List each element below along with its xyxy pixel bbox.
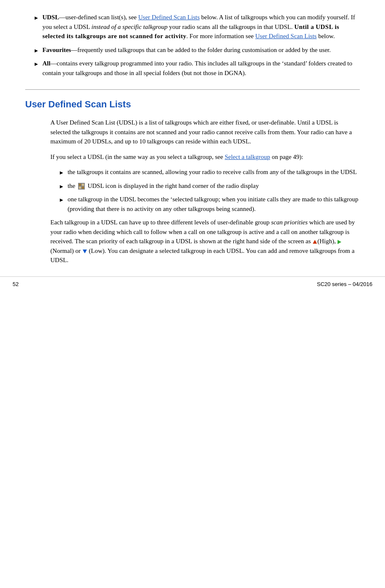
bullet-arrow-selected: ► xyxy=(59,196,64,204)
udsl-text-mid: your radio scans all the talkgroups in t… xyxy=(168,23,294,30)
bullet-arrow-all: ► xyxy=(34,60,39,68)
para2-link[interactable]: Select a talkgroup xyxy=(225,154,270,160)
page-number: 52 xyxy=(13,280,18,289)
bullet-favourites: ► Favourites—frequently used talkgroups … xyxy=(34,45,360,55)
udsl-icon-grid xyxy=(77,183,86,190)
udsl-italic1: instead of a specific talkgroup xyxy=(92,23,168,30)
all-label: All xyxy=(42,60,50,67)
bullet-arrow-udsl: ► xyxy=(34,14,39,22)
icon-cell-br xyxy=(81,186,84,189)
bullet-arrow-favourites: ► xyxy=(34,47,39,55)
bullet-scanned: ► the talkgroups it contains are scanned… xyxy=(59,167,360,177)
paragraph2: If you select a UDSL (in the same way as… xyxy=(50,152,360,162)
bullet-all: ► All—contains every talkgroup programme… xyxy=(34,59,360,78)
doc-info: SC20 series – 04/2016 xyxy=(317,280,372,289)
icon-grid xyxy=(78,183,85,190)
bullet-arrow-scanned: ► xyxy=(59,169,64,177)
selected-text: one talkgroup in the UDSL becomes the ‘s… xyxy=(68,196,359,212)
section-heading: User Defined Scan Lists xyxy=(25,97,360,111)
low-priority-icon xyxy=(83,250,87,253)
bullet-selected-tg: ► one talkgroup in the UDSL becomes the … xyxy=(59,195,360,213)
bullet-icon-display: ► the UDSL icon is displayed in the righ… xyxy=(59,181,360,191)
icon-cell-bl xyxy=(79,186,81,189)
para2-after: on page 49): xyxy=(270,154,303,160)
icon-text-before: the xyxy=(68,182,77,189)
scanned-text: the talkgroups it contains are scanned, … xyxy=(68,169,357,175)
para3-normal: (Normal) or xyxy=(50,247,82,254)
top-bullets: ► UDSL—user-defined scan list(s), see Us… xyxy=(25,13,360,78)
normal-priority-icon xyxy=(338,240,341,244)
bullet-arrow-icon: ► xyxy=(59,182,64,191)
udsl-text-end: . For more information see xyxy=(186,33,255,39)
para3-italic: scan priorities xyxy=(271,219,308,226)
middle-bullets: ► the talkgroups it contains are scanned… xyxy=(50,167,360,213)
favourites-text: frequently used talkgroups that can be a… xyxy=(77,47,331,53)
favourites-dash: — xyxy=(71,47,77,53)
udsl-label: UDSL xyxy=(42,14,59,21)
bullet-content-udsl: UDSL—user-defined scan list(s), see User… xyxy=(42,13,360,41)
section-divider xyxy=(25,89,360,90)
icon-cell-tr xyxy=(81,183,84,186)
all-dash: — xyxy=(50,60,57,67)
bullet-content-icon: the UDSL icon is displayed in the right … xyxy=(68,181,360,191)
high-priority-icon xyxy=(313,240,317,244)
bullet-content-selected: one talkgroup in the UDSL becomes the ‘s… xyxy=(68,195,360,213)
icon-cell-tl xyxy=(79,183,81,186)
para3-low: (Low). You can designate a selected talk… xyxy=(50,247,354,264)
udsl-link1[interactable]: User Defined Scan Lists xyxy=(138,14,199,21)
paragraph3: Each talkgroup in a UDSL can have up to … xyxy=(50,218,360,265)
udsl-dash: — xyxy=(59,14,65,21)
bullet-udsl: ► UDSL—user-defined scan list(s), see Us… xyxy=(34,13,360,41)
para3-part1: Each talkgroup in a UDSL can have up to … xyxy=(50,219,271,226)
page: ► UDSL—user-defined scan list(s), see Us… xyxy=(0,0,385,296)
udsl-link2[interactable]: User Defined Scan Lists xyxy=(255,33,317,39)
bullet-content-scanned: the talkgroups it contains are scanned, … xyxy=(68,167,360,177)
icon-text-after: UDSL icon is displayed in the right hand… xyxy=(86,182,259,189)
paragraph1: A User Defined Scan List (UDSL) is a lis… xyxy=(50,118,360,146)
udsl-text-final: below. xyxy=(317,33,335,39)
favourites-label: Favourites xyxy=(42,47,71,53)
all-text: contains every talkgroup programmed into… xyxy=(42,60,352,76)
para3-high: (High), xyxy=(317,238,338,245)
para2-before: If you select a UDSL (in the same way as… xyxy=(50,154,225,160)
bullet-content-favourites: Favourites—frequently used talkgroups th… xyxy=(42,45,360,55)
udsl-text-before: user-defined scan list(s), see xyxy=(65,14,138,21)
bullet-content-all: All—contains every talkgroup programmed … xyxy=(42,59,360,78)
footer: 52 SC20 series – 04/2016 xyxy=(0,276,385,289)
